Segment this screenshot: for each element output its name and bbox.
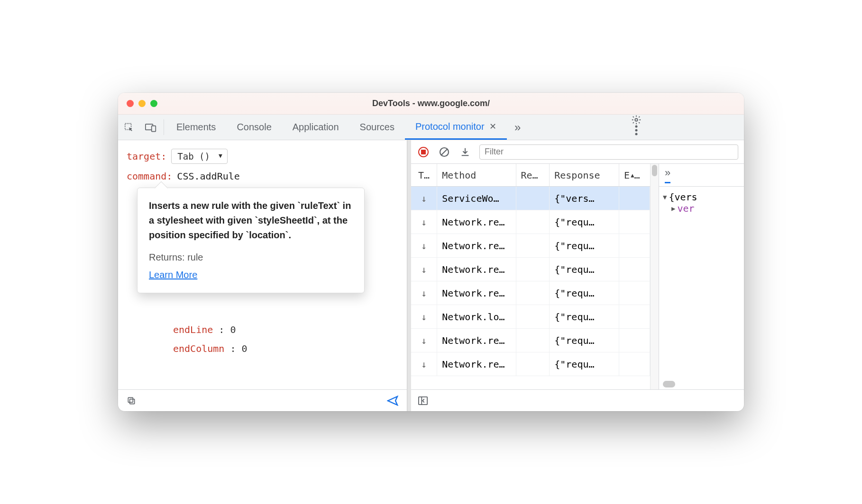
cell-request [516,352,550,376]
minimize-window-button[interactable] [138,100,146,107]
command-tooltip: Inserts a new rule with the given `ruleT… [137,188,365,293]
cell-elapsed [619,352,650,376]
command-value[interactable]: CSS.addRule [177,171,239,182]
col-elapsed[interactable]: E▲… [619,164,650,186]
table-row[interactable]: ↓Network.re…{"requ… [411,281,650,305]
target-label: target: [127,151,166,162]
close-tab-icon[interactable]: ✕ [489,121,496,132]
tree-root[interactable]: ▼ {vers [663,191,740,203]
cell-response: {"requ… [550,352,619,376]
devtools-window: DevTools - www.google.com/ Elements Cons… [118,93,744,411]
disclosure-down-icon: ▼ [663,193,667,201]
cell-response: {"requ… [550,329,619,352]
cell-method: Network.re… [437,352,516,376]
svg-rect-8 [128,397,133,402]
col-method[interactable]: Method [437,164,516,186]
disclosure-right-icon: ▶ [671,205,675,212]
tooltip-returns: Returns: rule [149,250,353,265]
zoom-window-button[interactable] [150,100,157,107]
tab-protocol-monitor[interactable]: Protocol monitor ✕ [405,115,507,140]
titlebar: DevTools - www.google.com/ [118,93,744,115]
table-row[interactable]: ↓Network.re…{"requ… [411,234,650,258]
close-window-button[interactable] [127,100,134,107]
download-icon[interactable] [459,145,472,159]
devtools-tabbar: Elements Console Application Sources Pro… [118,115,744,140]
device-toggle-icon[interactable] [140,115,162,140]
table-header: T… Method Re… Response E▲… [411,164,650,187]
svg-point-5 [635,129,637,132]
log-toolbar: Filter [411,140,744,164]
cell-response: {"requ… [550,234,619,257]
editor-footer [118,389,407,411]
detail-scrollbar[interactable] [663,381,740,387]
cell-response: {"requ… [550,258,619,281]
cell-request [516,305,550,328]
table-row[interactable]: ↓Network.re…{"requ… [411,258,650,281]
col-response[interactable]: Response [550,164,619,186]
cell-request [516,210,550,234]
cell-elapsed [619,187,650,210]
cell-elapsed [619,210,650,234]
send-command-icon[interactable] [387,396,398,406]
cell-method: Network.re… [437,210,516,234]
target-select[interactable]: Tab () [171,149,228,164]
log-table: T… Method Re… Response E▲… ↓ServiceWo…{"… [411,164,650,389]
tooltip-description: Inserts a new rule with the given `ruleT… [149,198,353,243]
detail-pane: » ▼ {vers ▶ ver [659,164,744,389]
cell-response: {"requ… [550,281,619,305]
tab-console[interactable]: Console [226,115,282,140]
svg-rect-7 [130,399,135,404]
col-type[interactable]: T… [411,164,437,186]
table-row[interactable]: ↓Network.lo…{"requ… [411,305,650,329]
settings-icon[interactable] [624,115,648,125]
vertical-splitter[interactable] [407,140,411,411]
command-label: command: [127,171,172,182]
clear-icon[interactable] [438,145,451,159]
tree-child[interactable]: ▶ ver [671,203,740,214]
col-request[interactable]: Re… [516,164,550,186]
cell-method: Network.lo… [437,305,516,328]
toggle-panel-icon[interactable] [418,396,428,405]
learn-more-link[interactable]: Learn More [149,268,197,282]
copy-icon[interactable] [127,396,136,405]
more-detail-tabs-icon[interactable]: » [665,167,670,183]
table-scrollbar[interactable] [650,164,659,389]
cell-response: {"requ… [550,210,619,234]
table-row[interactable]: ↓ServiceWo…{"vers… [411,187,650,210]
cell-method: Network.re… [437,258,516,281]
cell-request [516,187,550,210]
window-title: DevTools - www.google.com/ [118,99,744,108]
protocol-log-pane: Filter T… Method Re… Response E▲… ↓Servi… [411,140,744,411]
param-key: endColumn [173,343,224,354]
direction-icon: ↓ [411,305,437,328]
cell-method: Network.re… [437,234,516,257]
svg-point-6 [635,133,637,135]
kebab-menu-icon[interactable] [624,125,648,135]
command-editor-pane: target: Tab () command: CSS.addRule Inse… [118,140,407,411]
record-button[interactable] [417,145,430,159]
table-row[interactable]: ↓Network.re…{"requ… [411,352,650,376]
param-value: 0 [230,324,236,335]
tab-elements[interactable]: Elements [166,115,226,140]
sort-asc-icon: ▲ [631,172,634,179]
svg-rect-2 [152,126,156,131]
direction-icon: ↓ [411,234,437,257]
cell-request [516,329,550,352]
cell-elapsed [619,258,650,281]
inspect-icon[interactable] [118,115,140,140]
cell-request [516,234,550,257]
cell-elapsed [619,281,650,305]
traffic-lights [127,100,157,107]
svg-line-10 [441,149,447,155]
cell-elapsed [619,234,650,257]
tab-sources[interactable]: Sources [349,115,405,140]
param-value: 0 [242,343,248,354]
table-row[interactable]: ↓Network.re…{"requ… [411,329,650,352]
svg-point-4 [635,126,637,128]
table-row[interactable]: ↓Network.re…{"requ… [411,210,650,234]
cell-elapsed [619,329,650,352]
direction-icon: ↓ [411,281,437,305]
tab-application[interactable]: Application [282,115,349,140]
filter-input[interactable]: Filter [479,144,738,160]
more-tabs-icon[interactable]: » [507,115,529,140]
